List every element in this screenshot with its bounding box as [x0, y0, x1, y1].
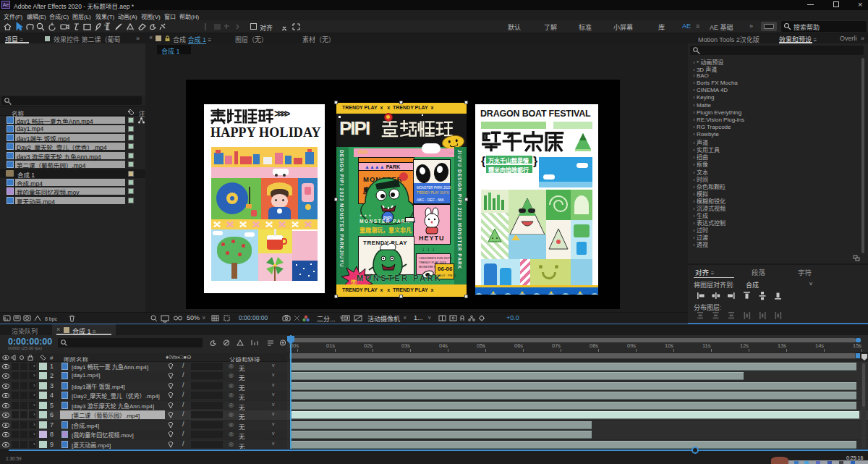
svg-text:8 bpc: 8 bpc: [45, 316, 58, 322]
svg-text:T: T: [104, 22, 109, 31]
